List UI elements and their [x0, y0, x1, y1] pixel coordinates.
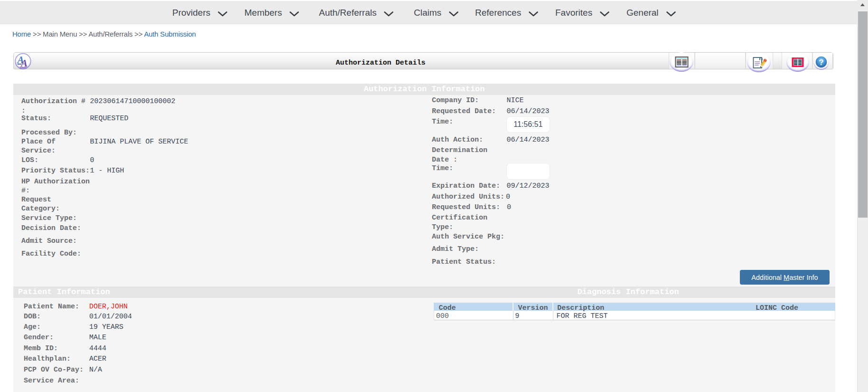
svg-text:?: ?: [819, 58, 823, 67]
